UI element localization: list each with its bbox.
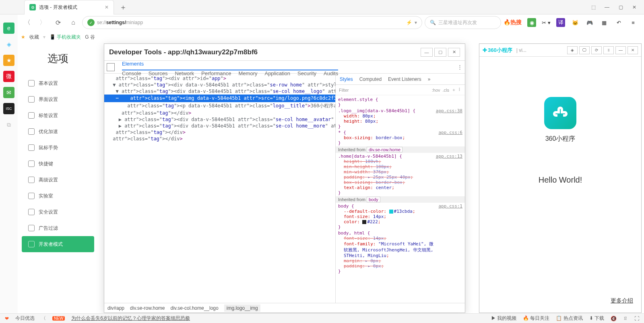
translate-icon[interactable]: 译 [556,18,565,27]
sidebar-item-4[interactable]: 鼠标手势 [22,140,94,156]
reload-button[interactable]: ⟳ [52,16,64,29]
favorites-label[interactable]: 收藏 [29,34,39,41]
breadcrumb-item[interactable]: div#app [107,305,124,311]
devtools-more-icon[interactable]: ⋮ [457,64,462,70]
sidebar-item-9[interactable]: 广告过滤 [22,220,94,236]
miniapp-logo: ✚ 360小程序 [483,47,512,54]
breadcrumb-item[interactable]: img.logo__img [224,304,260,312]
option-label: 标签设置 [39,112,58,119]
dom-tree[interactable]: attr">class="tag"><div attr">id="app"> ▼… [104,74,335,303]
tab-computed[interactable]: Computed [359,76,382,82]
dom-breadcrumb[interactable]: div#appdiv.se-row.homediv.se-col.home__l… [104,303,465,313]
option-icon [28,128,35,135]
browser-tab[interactable]: ⚙ 选项 - 开发者模式 ✕ [24,0,114,14]
forward-button[interactable]: 〉 [36,16,49,29]
google-bookmark[interactable]: G 谷 [85,34,95,41]
prev-icon[interactable]: 〈 [41,315,46,322]
sidebar-item-1[interactable]: 界面设置 [22,91,94,107]
zoom-icon[interactable]: ㄖ [623,315,628,322]
game-icon[interactable]: 🎮 [585,18,594,27]
back-button[interactable]: 〈 [21,16,34,29]
dock-compass-icon[interactable]: ◈ [3,39,14,50]
search-placeholder: 三星堆遗址再次发 [438,19,477,26]
sidebar-item-6[interactable]: 高级设置 [22,172,94,188]
grid-icon[interactable]: ▦ [600,18,609,27]
pet-icon[interactable]: 🐱 [571,18,580,27]
sidebar-item-5[interactable]: 快捷键 [22,156,94,172]
hot-search-button[interactable]: 🔥热搜 [504,19,522,26]
sidebar-item-0[interactable]: 基本设置 [22,75,94,91]
add-rule-icon[interactable]: ＋ [452,87,456,93]
miniapp-reload-icon[interactable]: ⟳ [591,46,602,54]
dock-isc-icon[interactable]: ISC [3,103,14,114]
css-rules[interactable]: element.style {}app.css:38.logo__img[dat… [336,95,465,303]
dropdown-icon[interactable]: ▾ [415,20,417,25]
tab-close-icon[interactable]: ✕ [105,4,109,10]
star-icon[interactable]: ★ [21,34,25,40]
scissors-icon[interactable]: ✂ ▾ [542,18,551,27]
address-input[interactable]: ✓ se://settings/miniapp ⚡ ▾ [82,16,422,29]
miniapp-close-icon[interactable]: ✕ [627,46,638,54]
heart-icon[interactable]: ❤ [5,316,9,321]
hotnews-link[interactable]: 📋 热点资讯 [556,315,582,322]
news-link[interactable]: 为什么会丢失6岁以前的记忆？心理学家的答案细思恐极 [71,315,190,322]
restore-icon[interactable]: ↶ [614,18,623,27]
dock-browser-icon[interactable]: e [3,23,14,34]
window-maximize-icon[interactable]: ▢ [617,4,624,10]
miniapp-more-link[interactable]: 更多介绍 [603,289,641,313]
breadcrumb-item[interactable]: div.se-col.home__logo [171,305,219,311]
devtools-tab-elements[interactable]: Elements [122,58,338,70]
today-label[interactable]: 今日优选 [15,315,35,322]
sidebar-item-7[interactable]: 实验室 [22,188,94,204]
hov-toggle[interactable]: :hov [432,88,440,93]
sidebar-item-8[interactable]: 安全设置 [22,204,94,220]
video-link[interactable]: ▶ 我的视频 [491,315,516,322]
styles-menu-icon[interactable]: ⠇ [458,87,462,93]
css-source-link[interactable]: app.css:38 [436,108,462,113]
miniapp-name: 360小程序 [545,135,576,143]
menu-icon[interactable]: ≡ [629,18,638,27]
sidebar-item-2[interactable]: 标签设置 [22,107,94,123]
miniapp-minimize-icon[interactable]: — [615,46,626,54]
home-button[interactable]: ⌂ [67,16,80,29]
download-link[interactable]: ⬇ 下载 [589,315,604,322]
option-label: 实验室 [39,193,53,200]
new-tab-button[interactable]: ＋ [120,2,127,12]
miniapp-settings-icon[interactable]: ⦀ [603,46,614,54]
dock-mail-icon[interactable]: ✉ [3,87,14,98]
miniapp-nav-icon[interactable]: ◈ [567,46,578,54]
devtools-maximize-icon[interactable]: ▢ [434,48,446,57]
tab-styles[interactable]: Styles [340,76,353,82]
devtools-minimize-icon[interactable]: — [421,48,433,57]
cls-toggle[interactable]: .cls [443,88,450,93]
toolbar-icons: ◉ ✂ ▾ 译 🐱 🎮 ▦ ↶ ≡ [524,18,641,27]
dock-star-icon[interactable]: ★ [3,55,14,66]
css-source-link[interactable]: app.css:13 [436,154,462,159]
devtools-close-icon[interactable]: ✕ [448,48,460,57]
window-pin-icon[interactable]: ⬚ [590,4,597,10]
miniapp-app-icon [544,97,576,129]
breadcrumb-item[interactable]: div.se-row.home [130,305,165,311]
css-source-link[interactable]: app.css:6 [438,130,462,135]
tabs-overflow-icon[interactable]: » [428,76,431,82]
window-minimize-icon[interactable]: — [604,4,610,10]
dock-link-icon[interactable]: ⧉ [3,119,14,130]
css-source-link[interactable]: app.css:1 [438,204,462,209]
mute-icon[interactable]: 🔇 [611,316,617,321]
tab-listeners[interactable]: Event Listeners [388,76,421,82]
window-close-icon[interactable]: ✕ [631,4,638,10]
styles-filter-input[interactable]: Filter [339,88,349,93]
shield-icon[interactable]: ◉ [527,18,536,27]
dock-weibo-icon[interactable]: 微 [3,71,14,82]
search-input[interactable]: 🔍 三星堆遗址再次发 [425,16,501,29]
mobile-bookmark[interactable]: 📱 手机收藏夹 [50,34,81,41]
fullscreen-icon[interactable]: ⛶ [634,316,639,321]
sidebar-item-10[interactable]: 开发者模式 [22,236,94,252]
daily-link[interactable]: 🔥 每日关注 [523,315,549,322]
option-icon [28,177,35,183]
element-picker-icon[interactable] [107,63,115,71]
option-icon [28,209,35,215]
miniapp-display-icon[interactable]: 🖵 [579,46,590,54]
sidebar-item-3[interactable]: 优化加速 [22,123,94,140]
flash-icon[interactable]: ⚡ [406,20,412,25]
